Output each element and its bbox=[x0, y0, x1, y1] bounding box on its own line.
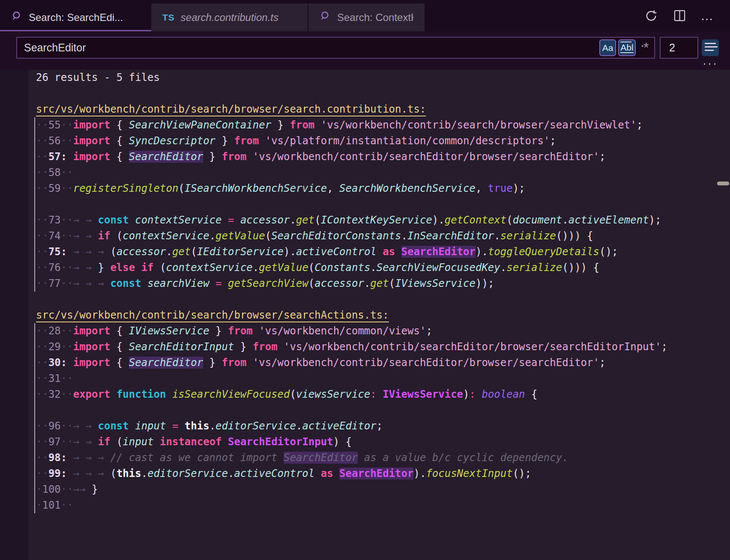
context-lines-input[interactable] bbox=[660, 37, 698, 59]
code-line[interactable]: ··30: import { SearchEditor } from 'vs/w… bbox=[35, 355, 730, 371]
split-editor-icon[interactable] bbox=[673, 9, 686, 23]
code-line[interactable]: ··76··→ → } else if (contextService.getV… bbox=[35, 260, 730, 276]
tab-bar: Search: SearchEdi... TS search.contribut… bbox=[0, 0, 730, 31]
code-token bbox=[166, 388, 172, 400]
code-token bbox=[234, 214, 240, 226]
regex-toggle[interactable]: ▪* bbox=[638, 39, 652, 56]
code-token: ). bbox=[284, 246, 296, 258]
code-token bbox=[377, 388, 383, 400]
code-token: { bbox=[525, 388, 538, 400]
line-number: 76 bbox=[48, 262, 61, 274]
code-line[interactable]: ··99: → → → (this.editorService.activeCo… bbox=[35, 466, 730, 482]
code-token bbox=[141, 277, 147, 289]
code-line[interactable]: ··28··import { IViewsService } from 'vs/… bbox=[35, 323, 730, 339]
code-token: } bbox=[234, 341, 252, 353]
code-token: ())) { bbox=[556, 230, 593, 242]
code-token: ( bbox=[154, 262, 166, 274]
code-line[interactable]: ··55··import { SearchViewPaneContainer }… bbox=[35, 117, 730, 133]
code-line[interactable]: ··56··import { SyncDescriptor } from 'vs… bbox=[35, 133, 730, 149]
code-token: } bbox=[203, 151, 221, 163]
code-line[interactable]: ··31·· bbox=[35, 371, 730, 387]
code-line[interactable]: ··73··→ → const contextService = accesso… bbox=[35, 212, 730, 228]
code-line[interactable]: ··29··import { SearchEditorInput } from … bbox=[35, 339, 730, 355]
code-token: { bbox=[110, 119, 129, 131]
code-token: 'vs/workbench/contrib/searchEditor/brows… bbox=[253, 357, 599, 369]
code-token: 'vs/workbench/common/views' bbox=[259, 325, 426, 337]
results-summary: 26 results - 5 files bbox=[0, 70, 730, 86]
tab-label: search.contribution.ts bbox=[181, 12, 278, 24]
file-path-link[interactable]: src/vs/workbench/contrib/search/browser/… bbox=[36, 103, 426, 116]
overview-ruler-handle[interactable] bbox=[717, 182, 729, 185]
more-actions-icon[interactable]: … bbox=[701, 9, 715, 23]
tab-search-searcheditor[interactable]: Search: SearchEdi... bbox=[0, 3, 151, 31]
code-token: import bbox=[73, 325, 111, 337]
line-number: 75: bbox=[48, 246, 67, 258]
code-token: ); bbox=[649, 214, 661, 226]
code-token: export bbox=[73, 388, 111, 400]
search-details-ellipsis[interactable]: ··· bbox=[701, 57, 720, 70]
code-line[interactable]: ··74··→ → if (contextService.getValue(Se… bbox=[35, 228, 730, 244]
code-line[interactable]: ·101·· bbox=[35, 497, 730, 513]
code-token: ( bbox=[191, 246, 197, 258]
search-icon bbox=[11, 10, 23, 24]
code-token: ; bbox=[599, 151, 605, 163]
code-line[interactable]: ··58·· bbox=[35, 165, 730, 181]
toggle-search-details-button[interactable] bbox=[702, 39, 719, 56]
whitespace-dots: ·· bbox=[36, 468, 48, 480]
code-line[interactable]: ··98: → → → // cast as we cannot import … bbox=[35, 450, 730, 466]
match-highlight: SearchEditor bbox=[284, 452, 358, 464]
code-token bbox=[259, 135, 265, 147]
line-number: 32 bbox=[48, 388, 61, 400]
whitespace-dots: ·· bbox=[61, 167, 73, 179]
code-line[interactable]: ·100··→→ } bbox=[35, 482, 730, 497]
line-number: 57: bbox=[48, 151, 67, 163]
code-token bbox=[209, 277, 215, 289]
code-line[interactable]: ··59··registerSingleton(ISearchWorkbench… bbox=[35, 181, 730, 197]
tab-search-contribution-ts[interactable]: TS search.contribution.ts bbox=[151, 3, 308, 31]
refresh-icon[interactable] bbox=[644, 9, 658, 23]
whitespace-dots: ·· bbox=[36, 119, 48, 131]
whole-word-toggle[interactable]: Abl bbox=[618, 39, 636, 56]
code-line[interactable]: ··75: → → → (accessor.get(IEditorService… bbox=[35, 244, 730, 260]
code-token bbox=[246, 357, 252, 369]
match-case-toggle[interactable]: Aa bbox=[599, 39, 616, 56]
code-token: accessor bbox=[314, 277, 364, 289]
code-token: = bbox=[172, 420, 178, 432]
whitespace-dots: ·· bbox=[61, 325, 73, 337]
code-token: input bbox=[135, 420, 166, 432]
file-result-block: ··28··import { IViewsService } from 'vs/… bbox=[34, 323, 730, 513]
code-token: if bbox=[141, 262, 154, 274]
code-token: ( bbox=[290, 388, 296, 400]
code-token: this bbox=[117, 468, 141, 480]
code-token: activeControl bbox=[296, 246, 377, 258]
code-line[interactable]: ··77··→ → → const searchView = getSearch… bbox=[35, 276, 730, 292]
code-token: → → → bbox=[73, 246, 111, 258]
code-token: ; bbox=[599, 357, 605, 369]
code-token: ; bbox=[426, 325, 432, 337]
code-token: get bbox=[296, 214, 314, 226]
file-path-link[interactable]: src/vs/workbench/contrib/search/browser/… bbox=[36, 309, 389, 322]
code-token bbox=[253, 325, 259, 337]
code-token: ( bbox=[314, 214, 320, 226]
match-case-label: Aa bbox=[602, 43, 613, 53]
code-token: IEditorService bbox=[197, 246, 284, 258]
code-token: → → → bbox=[73, 452, 111, 464]
code-token: else bbox=[110, 262, 135, 274]
code-line[interactable]: ··32··export function isSearchViewFocuse… bbox=[35, 387, 730, 402]
code-token: instanceof bbox=[160, 436, 222, 448]
search-input[interactable] bbox=[16, 37, 655, 59]
code-token: { bbox=[110, 341, 129, 353]
code-token bbox=[178, 420, 184, 432]
code-token: getContext bbox=[445, 214, 507, 226]
code-line[interactable]: ··97··→ → if (input instanceof SearchEdi… bbox=[35, 434, 730, 450]
code-token: import bbox=[73, 135, 111, 147]
code-token: IViewsService bbox=[395, 277, 476, 289]
whole-word-icon: Abl bbox=[620, 43, 633, 53]
tab-search-contextkey[interactable]: Search: ContextKey bbox=[308, 3, 425, 31]
whitespace-dots: ·· bbox=[61, 135, 73, 147]
line-number: 28 bbox=[48, 325, 61, 337]
code-token: ( bbox=[308, 262, 314, 274]
code-token bbox=[129, 420, 135, 432]
code-line[interactable]: ··57: import { SearchEditor } from 'vs/w… bbox=[35, 149, 730, 165]
code-line[interactable]: ··96··→ → const input = this.editorServi… bbox=[35, 418, 730, 434]
